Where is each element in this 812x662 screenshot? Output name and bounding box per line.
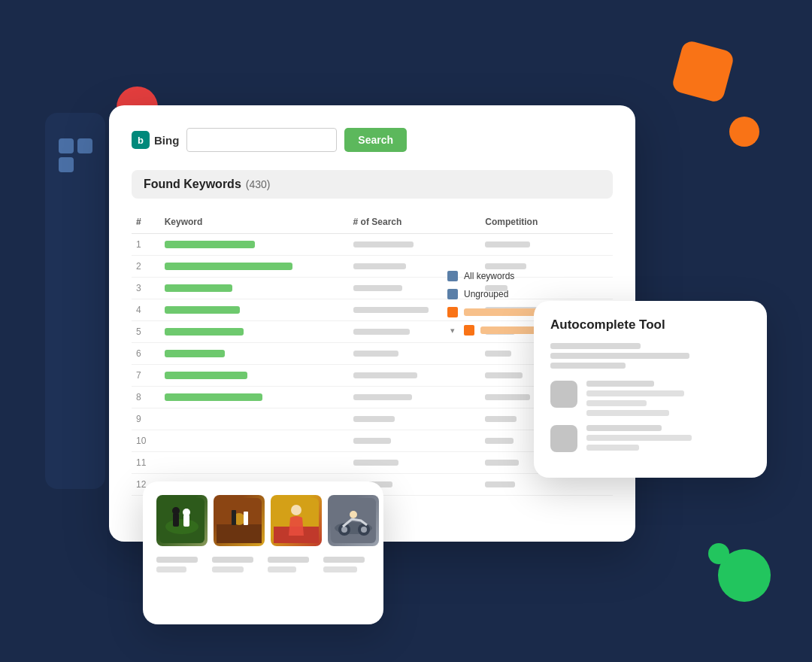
table-cell-keyword [160,278,349,299]
table-cell-keyword [160,343,349,365]
svg-point-19 [361,527,367,533]
svg-point-5 [183,509,190,516]
svg-point-1 [165,519,198,534]
svg-point-4 [172,507,180,515]
logo-square-1 [59,138,74,153]
image-basketball [214,495,265,546]
ac-desc-bar-2 [550,353,689,359]
svg-rect-9 [232,510,236,525]
ac-thumb-2 [550,425,577,452]
table-cell-num: 6 [132,343,160,365]
search-bar: b Bing Search [132,128,613,152]
search-input[interactable] [186,128,337,152]
table-cell-keyword [160,365,349,387]
table-cell-keyword [160,321,349,343]
table-cell-keyword [160,452,349,474]
table-cell-keyword [160,408,349,430]
svg-point-17 [341,527,347,533]
table-cell-search [349,365,481,387]
found-keywords-count: (430) [246,178,271,190]
img-bar-1-2 [156,566,186,572]
table-cell-search [349,452,481,474]
col-header-keyword: Keyword [160,211,349,234]
table-row: 1 [132,234,613,256]
deco-orange-circle [729,117,759,147]
autocomplete-title: Autocomplete Tool [550,317,750,333]
found-keywords-header: Found Keywords (430) [132,170,613,199]
svg-rect-10 [244,512,248,525]
bing-label: Bing [154,134,179,147]
img-bar-col-3 [268,557,314,572]
table-cell-search [349,234,481,256]
folder-icon-orange-1 [447,307,458,317]
svg-rect-2 [173,513,179,527]
sidebar [45,113,105,489]
image-bars [156,557,370,572]
images-row [156,495,370,546]
col-header-num: # [132,211,160,234]
ac-thumb-1 [550,381,577,408]
ac-desc-bar-3 [550,363,626,369]
found-keywords-title: Found Keywords [144,178,241,191]
bing-icon-text: b [138,135,144,146]
table-cell-search [349,408,481,430]
table-cell-num: 9 [132,408,160,430]
ac-line-2-3 [586,445,639,451]
chevron-icon: ▾ [450,326,455,336]
folder-icon-blue-2 [447,289,458,299]
table-cell-search [349,343,481,365]
ac-line-1-1 [586,381,654,387]
table-cell-num: 10 [132,430,160,452]
img-bar-4-1 [323,557,365,563]
ac-desc-bar-1 [550,343,641,349]
img-bar-2-1 [212,557,253,563]
img-bar-col-1 [156,557,203,572]
deco-green-circle-small [708,543,729,564]
sidebar-logo [51,131,100,180]
img-bar-1-1 [156,557,198,563]
image-moto [328,495,379,546]
table-cell-search [349,387,481,408]
table-cell-keyword [160,299,349,321]
ungrouped-label: Ungrouped [464,289,508,299]
ac-item-2 [550,425,750,452]
image-dance [271,495,322,546]
logo-square-2 [77,138,92,153]
table-cell-num: 8 [132,387,160,408]
table-cell-num: 1 [132,234,160,256]
svg-rect-7 [217,524,262,543]
svg-rect-3 [183,515,189,527]
table-cell-keyword [160,387,349,408]
img-bar-col-2 [212,557,259,572]
autocomplete-panel: Autocomplete Tool [534,301,767,478]
table-cell-num: 2 [132,256,160,278]
folder-icon-orange-2 [464,325,474,336]
col-header-competition: Competition [480,211,613,234]
ac-lines-2 [586,425,750,451]
panel-item-all-keywords[interactable]: All keywords [447,271,598,281]
ac-line-1-3 [586,400,647,406]
img-bar-4-2 [323,566,357,572]
table-cell-competition [480,234,613,256]
ac-desc-bars [550,343,750,369]
bing-logo: b Bing [132,131,179,149]
img-bar-2-2 [212,566,244,572]
all-keywords-label: All keywords [464,271,514,281]
image-panel [143,481,383,624]
image-football [156,495,208,546]
svg-point-20 [350,511,357,518]
folder-icon-blue-1 [447,271,458,281]
table-cell-keyword [160,234,349,256]
panel-item-ungrouped[interactable]: Ungrouped [447,289,598,299]
img-bar-3-2 [268,566,296,572]
table-cell-num: 11 [132,452,160,474]
ac-line-1-4 [586,410,669,416]
table-cell-keyword [160,430,349,452]
col-header-search: # of Search [349,211,481,234]
table-cell-num: 7 [132,365,160,387]
ac-line-2-2 [586,435,692,441]
table-cell-keyword [160,256,349,278]
search-button[interactable]: Search [344,128,407,152]
img-bar-3-1 [268,557,309,563]
ac-line-2-1 [586,425,662,431]
